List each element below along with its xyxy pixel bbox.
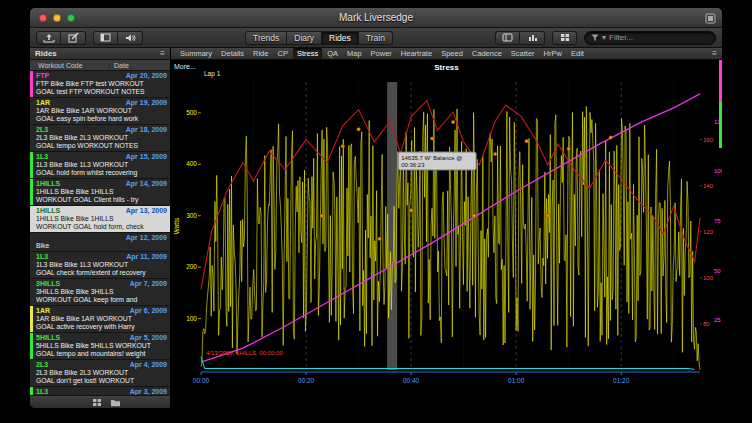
ride-description: WORKOUT GOAL hold form, check [36, 223, 167, 231]
ride-row[interactable]: 3HILLSApr 7, 20093HILLS Bike Bike 3HILLS… [30, 279, 170, 306]
analysis-tab-heartrate[interactable]: Heartrate [397, 48, 436, 59]
ride-description: GOAL hold form whilst recovering [36, 169, 167, 177]
ride-row[interactable]: 2L3Apr 18, 20092L3 Bike Bike 2L3 WORKOUT… [30, 125, 170, 152]
stress-chart[interactable]: 00:0000:2000:4001:0001:20100200300400500… [171, 60, 722, 408]
sidebar-header: Rides ≡ [30, 48, 170, 60]
layout-button[interactable] [93, 31, 118, 45]
chart-settings-button[interactable] [520, 31, 545, 45]
titlebar: Mark Liversedge [30, 8, 722, 28]
analysis-tab-cadence[interactable]: Cadence [468, 48, 506, 59]
analysis-tab-speed[interactable]: Speed [437, 48, 467, 59]
ride-row[interactable]: 1L3Apr 15, 20091L3 Bike Bike 1L3 WORKOUT… [30, 152, 170, 179]
ride-row[interactable]: 5HILLSApr 5, 20095HILLS Bike Bike 5HILLS… [30, 333, 170, 360]
tile-view-button[interactable] [552, 31, 577, 45]
content-area: Rides ≡ Workout Code Date FTPApr 20, 200… [30, 48, 722, 408]
ride-code: 5HILLS [36, 334, 60, 342]
ride-description: GOAL test FTP WORKOUT NOTES [36, 88, 167, 96]
analysis-tab-hrpw[interactable]: HrPw [540, 48, 566, 59]
filter-field[interactable]: ▾ Filter... [584, 31, 716, 45]
grid-view-icon[interactable] [92, 398, 102, 407]
filter-funnel-icon [591, 34, 599, 42]
app-window: Mark Liversedge TrendsDiaryRidesTrain [30, 8, 722, 408]
svg-text:300: 300 [186, 212, 197, 219]
sidebar-toggle-button[interactable] [495, 31, 520, 45]
switcher-tab-trends[interactable]: Trends [245, 31, 287, 45]
ride-description: 2L3 Bike Bike 2L3 WORKOUT [36, 369, 167, 377]
svg-text:Watts: Watts [173, 217, 180, 234]
analysis-tab-edit[interactable]: Edit [567, 48, 588, 59]
svg-text:Stress: Stress [434, 63, 459, 72]
switcher-tab-train[interactable]: Train [359, 31, 393, 45]
analysis-tab-cp[interactable]: CP [273, 48, 291, 59]
ride-row[interactable]: 2L3Apr 4, 20092L3 Bike Bike 2L3 WORKOUTG… [30, 360, 170, 387]
ride-code: 1HILLS [36, 180, 60, 188]
main-panel: SummaryDetailsRideCPStressQAMapPowerHear… [171, 48, 722, 408]
svg-text:500: 500 [186, 109, 197, 116]
analysis-tab-scatter[interactable]: Scatter [507, 48, 539, 59]
svg-text:00:36:23: 00:36:23 [401, 162, 425, 168]
switcher-tab-rides[interactable]: Rides [322, 31, 359, 45]
ride-row[interactable]: 1ARApr 6, 20091AR Bike Bike 1AR WORKOUTG… [30, 306, 170, 333]
compose-button[interactable] [61, 31, 86, 45]
column-date[interactable]: Date [110, 62, 129, 69]
svg-text:00:40: 00:40 [403, 377, 420, 384]
close-button[interactable] [39, 14, 47, 22]
zoom-button[interactable] [67, 14, 75, 22]
ride-date: Apr 19, 2009 [126, 99, 167, 107]
analysis-tab-power[interactable]: Power [367, 48, 396, 59]
svg-text:Lap 1: Lap 1 [204, 70, 221, 78]
sidebar-column-headers[interactable]: Workout Code Date [30, 60, 170, 71]
ride-date: Apr 11, 2009 [126, 253, 167, 261]
ride-row[interactable]: 1ARApr 19, 20091AR Bike Bike 1AR WORKOUT… [30, 98, 170, 125]
rides-sidebar: Rides ≡ Workout Code Date FTPApr 20, 200… [30, 48, 171, 408]
stress-chart-svg[interactable]: 00:0000:2000:4001:0001:20100200300400500… [171, 60, 722, 408]
ride-date: Apr 7, 2009 [130, 280, 167, 288]
minimize-button[interactable] [53, 14, 61, 22]
view-switcher: TrendsDiaryRidesTrain [245, 31, 393, 45]
ride-description: GOAL active recovery with Harry [36, 323, 167, 331]
analysis-tabs: SummaryDetailsRideCPStressQAMapPowerHear… [176, 48, 588, 59]
analysis-tab-stress[interactable]: Stress [293, 48, 322, 59]
svg-text:200: 200 [186, 263, 197, 270]
ride-row[interactable]: 1HILLSApr 14, 20091HILLS Bike Bike 1HILL… [30, 179, 170, 206]
ride-code: 1L3 [36, 153, 48, 161]
ride-description: 1L3 Bike Bike 1L3 WORKOUT [36, 161, 167, 169]
ride-description: GOAL check form/extent of recovery [36, 269, 167, 277]
analysis-tab-ride[interactable]: Ride [249, 48, 272, 59]
ride-row[interactable]: Apr 12, 2009Bike [30, 233, 170, 252]
ride-description: 1HILLS Bike Bike 1HILLS [36, 188, 167, 196]
ride-date: Apr 20, 2009 [126, 72, 167, 80]
ride-row[interactable]: 1L3Apr 11, 20091L3 Bike Bike 1L3 WORKOUT… [30, 252, 170, 279]
ride-row[interactable]: 1HILLSApr 13, 20091HILLS Bike Bike 1HILL… [30, 206, 170, 233]
ride-row[interactable]: 1L3Apr 3, 2009 [30, 387, 170, 395]
svg-text:14635.7 W' Balance @: 14635.7 W' Balance @ [401, 155, 462, 161]
analysis-tab-qa[interactable]: QA [323, 48, 342, 59]
ride-date: Apr 5, 2009 [130, 334, 167, 342]
filter-placeholder: Filter... [609, 33, 633, 42]
analysis-tab-summary[interactable]: Summary [176, 48, 216, 59]
sidebar-menu-icon[interactable]: ≡ [160, 49, 165, 58]
ride-description: FTP Bike Bike FTP test WORKOUT [36, 80, 167, 88]
ride-date: Apr 13, 2009 [126, 207, 167, 215]
ride-description: GOAL tempo and mountains! weight [36, 350, 167, 358]
analysis-tab-details[interactable]: Details [217, 48, 248, 59]
ride-code: 1HILLS [36, 207, 60, 215]
audio-button[interactable] [118, 31, 143, 45]
ride-description: GOAL easy spin before hard work [36, 115, 167, 123]
tabbar-menu-icon[interactable]: ≡ [712, 49, 717, 58]
ride-row[interactable]: FTPApr 20, 2009FTP Bike Bike FTP test WO… [30, 71, 170, 98]
svg-text:00:00: 00:00 [193, 377, 210, 384]
fullscreen-icon[interactable] [705, 13, 716, 24]
ride-date: Apr 4, 2009 [130, 361, 167, 369]
upload-button[interactable] [36, 31, 61, 45]
ride-description: 1L3 Bike Bike 1L3 WORKOUT [36, 261, 167, 269]
analysis-tab-map[interactable]: Map [343, 48, 366, 59]
switcher-tab-diary[interactable]: Diary [287, 31, 322, 45]
ride-list: FTPApr 20, 2009FTP Bike Bike FTP test WO… [30, 71, 170, 395]
column-workout-code[interactable]: Workout Code [30, 62, 110, 69]
sidebar-footer [30, 395, 170, 408]
ride-description: Bike [36, 242, 167, 250]
window-title: Mark Liversedge [30, 12, 722, 23]
ride-description: GOAL tempo WORKOUT NOTES [36, 142, 167, 150]
folder-icon[interactable] [110, 398, 121, 407]
